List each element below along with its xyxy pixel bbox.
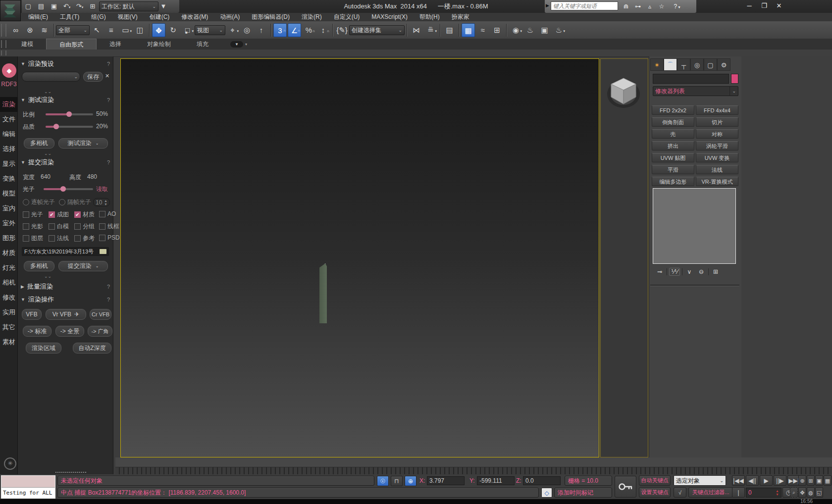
multicam-button[interactable]: 多相机 [24, 138, 54, 149]
ribbon-toggle-icon[interactable]: ▦ [462, 23, 475, 37]
help-icon[interactable]: ? [107, 159, 110, 165]
object-color-swatch[interactable] [731, 74, 738, 84]
preset-dropdown[interactable]: ⌄ [22, 72, 80, 82]
search-icon[interactable]: ⋒ [620, 1, 632, 11]
ribbon-grip[interactable] [1, 40, 6, 48]
ribbon-minimize-icon[interactable]: ▼ [230, 41, 243, 48]
rdf3-logo-icon[interactable]: ◆ [2, 63, 16, 78]
selection-set-dropdown[interactable]: 选定对象 ⌄ [674, 475, 726, 486]
quality-slider[interactable] [46, 126, 93, 128]
check-final-image[interactable]: ✔成图 [49, 210, 69, 219]
mirror-icon[interactable]: ⋈ [410, 23, 423, 37]
modifier-uvw-xform-button[interactable]: UVW 变换 [696, 153, 738, 162]
tab-create-icon[interactable]: ✶ [650, 58, 664, 71]
snaps-toggle-icon[interactable]: 3∩ [273, 23, 287, 37]
to-panorama-button[interactable]: -> 全景 [55, 326, 84, 337]
selection-lock-icon[interactable]: ⊓ [391, 476, 403, 486]
folder-icon[interactable] [100, 249, 106, 254]
menu-create[interactable]: 创建(C) [144, 13, 176, 21]
modifier-turbosmooth-button[interactable]: 涡轮平滑 [696, 141, 738, 151]
modifier-list-dropdown[interactable]: 修改器列表 ⌄ [653, 86, 738, 96]
radio-interval[interactable] [59, 199, 65, 205]
z-coord-field[interactable]: 0.0 [523, 476, 561, 485]
save-preset-button[interactable]: 保存 [83, 72, 103, 82]
rendered-frame-window-icon[interactable]: ▣ [538, 23, 551, 37]
modifier-shell-button[interactable]: 壳 [652, 129, 694, 139]
radio-per-frame[interactable] [23, 199, 29, 205]
checkbox-icon[interactable]: ✔ [99, 223, 105, 230]
section-collapse-icon[interactable]: ⌄⌄ [0, 151, 96, 156]
minimize-icon[interactable]: ─ [742, 1, 757, 11]
check-group[interactable]: ✔分组 [74, 222, 95, 231]
checkbox-icon[interactable]: ✔ [74, 235, 81, 242]
help-icon[interactable]: ? [107, 97, 110, 103]
toolbar-grip[interactable] [1, 24, 6, 37]
checkbox-icon[interactable]: ✔ [49, 223, 55, 230]
scene-box-object[interactable] [319, 263, 327, 323]
tab-modify-icon[interactable]: ⌒ [664, 58, 677, 71]
project-folder-icon[interactable]: ⊞ [87, 1, 99, 12]
restore-icon[interactable]: ❐ [757, 1, 772, 11]
main-viewport[interactable] [120, 58, 599, 457]
menu-banjiajia[interactable]: 扮家家 [446, 13, 475, 21]
checkbox-icon[interactable]: ✔ [99, 211, 105, 217]
help-icon[interactable]: ? [107, 284, 110, 290]
reference-coordsys-dropdown[interactable]: 视图 ⌄ [195, 25, 225, 35]
render-setup-icon[interactable]: ♨ [523, 23, 537, 37]
help-icon[interactable]: ? [107, 297, 110, 302]
section-render-preset[interactable]: ▼ 渲染预设 ? [21, 60, 110, 68]
modifier-uvw-map-button[interactable]: UVW 贴图 [652, 153, 694, 162]
tab-hierarchy-icon[interactable]: ┬ [677, 58, 690, 71]
check-psd[interactable]: ✔PSD [99, 234, 120, 241]
previous-frame-icon[interactable]: ◀|| [746, 475, 759, 486]
check-normal[interactable]: ✔法线 [49, 234, 69, 243]
output-path-field[interactable]: F:\方东文\19\2019年3月13号 [22, 247, 109, 256]
vfb-button[interactable]: VFB [22, 309, 42, 320]
check-reference[interactable]: ✔参考 [74, 234, 95, 243]
menu-modifiers[interactable]: 修改器(M) [175, 13, 214, 21]
to-standard-button[interactable]: -> 标准 [23, 326, 52, 337]
select-by-name-icon[interactable]: ≡ [104, 23, 118, 37]
checkbox-icon[interactable]: ✔ [49, 235, 55, 242]
spinner-snap-icon[interactable]: ↕∩ [316, 23, 330, 37]
sidebar-item-shapes[interactable]: 图形 [0, 231, 18, 246]
width-value[interactable]: 640 [41, 173, 51, 180]
curve-editor-icon[interactable]: ≈ [476, 23, 489, 37]
secondary-viewport[interactable] [600, 58, 648, 457]
configure-modifier-sets-icon[interactable]: ⊞ [711, 268, 721, 275]
sidebar-item-lights[interactable]: 灯光 [0, 260, 18, 275]
communication-center-icon[interactable]: ▵ [644, 1, 656, 11]
auto-key-button[interactable]: 自动关键点 [639, 475, 671, 486]
ribbon-minimize-caret-icon[interactable]: ▾ [245, 42, 247, 47]
section-submit-render[interactable]: ▼ 提交渲染 ? [21, 158, 110, 166]
frame-spinner-icon[interactable]: ▲▼ [776, 489, 779, 496]
submit-render-button[interactable]: 提交渲染 ⌄ [58, 261, 108, 271]
redo-icon[interactable]: ↷▾ [74, 1, 86, 12]
ddc-cube-icon[interactable]: ◇ [541, 488, 552, 498]
ribbon-tab-modeling[interactable]: 建模 [8, 39, 46, 50]
slider-knob[interactable] [60, 186, 66, 192]
remove-modifier-icon[interactable]: ⊖ [696, 268, 706, 275]
material-editor-icon[interactable]: ◉▾ [509, 23, 522, 37]
menu-graph-editors[interactable]: 图形编辑器(D) [246, 13, 296, 21]
make-unique-icon[interactable]: ∨ [684, 268, 694, 275]
checkbox-icon[interactable]: ✔ [23, 223, 29, 230]
zoom-icon[interactable]: ⊕ [798, 475, 806, 486]
spinner-arrows-icon[interactable]: ▲▼ [104, 199, 107, 206]
help-icon[interactable]: ? [107, 61, 110, 67]
sidebar-item-edit[interactable]: 编辑 [0, 127, 18, 142]
ribbon-tab-object-paint[interactable]: 对象绘制 [134, 39, 184, 50]
key-mode-toggle-icon[interactable]: |◀▶| [732, 487, 745, 498]
to-wide-angle-button[interactable]: -> 广角 [88, 326, 112, 337]
check-photon[interactable]: ✔光子 [23, 210, 43, 219]
infocenter-arrow-icon[interactable]: ▶ [546, 3, 549, 8]
sidebar-item-file[interactable]: 文件 [0, 112, 18, 127]
height-value[interactable]: 480 [87, 173, 97, 180]
menu-help[interactable]: 帮助(H) [414, 13, 446, 21]
percent-snap-icon[interactable]: %∩ [302, 23, 315, 37]
modifier-normal-button[interactable]: 法线 [696, 165, 738, 174]
section-collapse-icon[interactable]: ⌄⌄ [0, 274, 96, 279]
modifier-smooth-button[interactable]: 平滑 [652, 165, 694, 174]
orbit-icon[interactable]: ◍ [807, 487, 815, 498]
select-and-move-icon[interactable]: ✥↔↕ [152, 23, 165, 37]
